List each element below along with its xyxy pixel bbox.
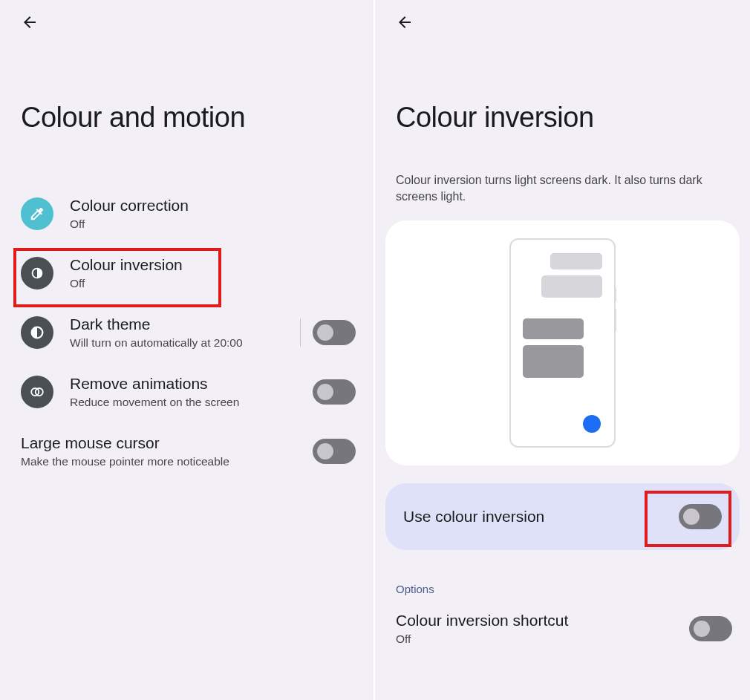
item-remove-animations[interactable]: Remove animations Reduce movement on the… xyxy=(0,362,374,422)
dark-theme-icon xyxy=(21,316,53,349)
item-colour-inversion-shortcut[interactable]: Colour inversion shortcut Off xyxy=(375,595,750,647)
item-large-mouse-cursor[interactable]: Large mouse cursor Make the mouse pointe… xyxy=(0,422,374,481)
item-title: Colour correction xyxy=(70,195,356,215)
item-colour-inversion[interactable]: Colour inversion Off xyxy=(0,243,374,303)
item-text: Large mouse cursor Make the mouse pointe… xyxy=(21,433,313,470)
back-button[interactable] xyxy=(396,13,414,31)
preview-card xyxy=(385,220,740,465)
item-title: Colour inversion xyxy=(70,255,356,275)
phone-preview-illustration xyxy=(509,238,616,448)
item-title: Remove animations xyxy=(70,373,313,393)
item-dark-theme[interactable]: Dark theme Will turn on automatically at… xyxy=(0,303,374,362)
invert-colours-icon xyxy=(21,257,53,290)
item-text: Dark theme Will turn on automatically at… xyxy=(70,314,288,351)
item-colour-correction[interactable]: Colour correction Off xyxy=(0,184,374,243)
item-title: Large mouse cursor xyxy=(21,433,313,453)
item-sub: Off xyxy=(396,632,689,647)
description-text: Colour inversion turns light screens dar… xyxy=(396,172,729,206)
divider xyxy=(300,318,301,347)
use-colour-inversion-card[interactable]: Use colour inversion xyxy=(385,483,740,550)
arrow-back-icon xyxy=(396,13,414,31)
toggle-label: Use colour inversion xyxy=(403,508,544,526)
panel-colour-and-motion: Colour and motion Colour correction Off … xyxy=(0,0,375,700)
item-text: Colour inversion shortcut Off xyxy=(396,610,689,647)
settings-list: Colour correction Off Colour inversion O… xyxy=(0,184,374,481)
page-title: Colour inversion xyxy=(396,102,750,134)
remove-animations-icon xyxy=(21,376,53,408)
item-title: Dark theme xyxy=(70,314,288,334)
options-header: Options xyxy=(396,583,750,595)
item-sub: Off xyxy=(70,276,356,292)
item-sub: Will turn on automatically at 20:00 xyxy=(70,336,288,351)
item-sub: Off xyxy=(70,217,356,232)
item-text: Remove animations Reduce movement on the… xyxy=(70,373,313,410)
back-button[interactable] xyxy=(21,13,39,31)
dark-theme-toggle[interactable] xyxy=(313,320,356,345)
remove-animations-toggle[interactable] xyxy=(313,379,356,405)
arrow-back-icon xyxy=(21,13,39,31)
item-sub: Reduce movement on the screen xyxy=(70,395,313,410)
item-title: Colour inversion shortcut xyxy=(396,610,689,630)
item-sub: Make the mouse pointer more noticeable xyxy=(21,454,313,470)
use-colour-inversion-toggle[interactable] xyxy=(679,504,722,529)
page-title: Colour and motion xyxy=(21,102,374,134)
panel-colour-inversion: Colour inversion Colour inversion turns … xyxy=(375,0,750,700)
large-mouse-cursor-toggle[interactable] xyxy=(313,439,356,464)
colour-inversion-shortcut-toggle[interactable] xyxy=(689,616,732,641)
item-text: Colour correction Off xyxy=(70,195,356,232)
eyedropper-icon xyxy=(21,197,53,230)
item-text: Colour inversion Off xyxy=(70,255,356,292)
